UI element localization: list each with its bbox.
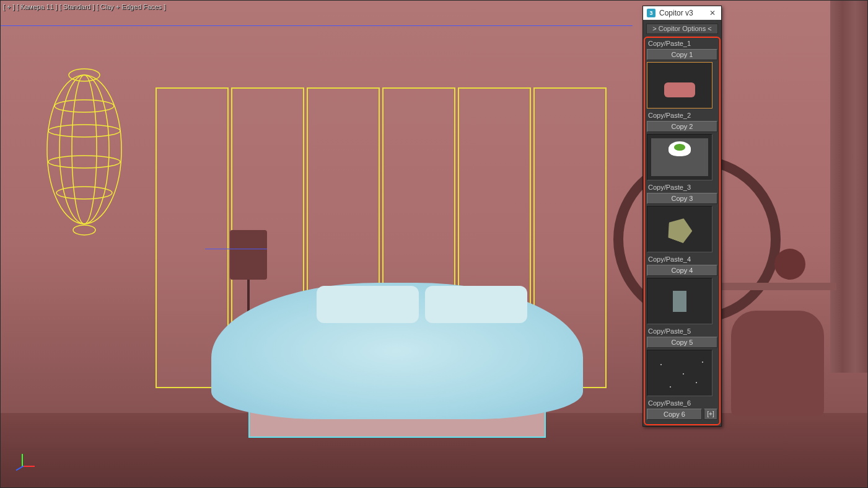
axis-z [15,466,24,471]
slot-thumb-3[interactable] [647,206,712,252]
slot-label: Copy/Paste_5 [647,327,717,337]
panel-title-text: Copitor v3 [659,9,708,17]
slot-thumb-2[interactable] [647,134,712,180]
slot-2: Copy/Paste_2 Copy 2 [647,111,717,180]
slot-label: Copy/Paste_4 [647,255,717,265]
svg-point-4 [48,125,120,137]
panel-titlebar[interactable]: 3 Copitor v3 ✕ [643,6,721,20]
bed-selected[interactable] [211,283,583,447]
chair [731,311,824,416]
svg-point-2 [72,75,97,224]
lantern-wireframe [38,50,131,249]
pillow-left [317,286,419,323]
app-icon: 3 [647,9,655,17]
panel-body: > Copitor Options < Copy/Paste_1 Copy 1 … [643,20,721,425]
svg-point-3 [55,100,114,112]
copy-button-5[interactable]: Copy 5 [647,337,717,348]
curtain [830,1,867,373]
slot-6: Copy/Paste_6 Copy 6 [+] [647,399,717,420]
close-icon[interactable]: ✕ [708,9,717,17]
scene [1,1,867,487]
axis-x [22,466,35,467]
slot-label: Copy/Paste_6 [647,399,717,409]
svg-point-5 [48,156,120,168]
slot-thumb-5[interactable] [647,350,712,396]
copy-button-4[interactable]: Copy 4 [647,265,717,276]
copitor-options-button[interactable]: > Copitor Options < [646,24,718,34]
axis-y [22,454,23,466]
slot-label: Copy/Paste_2 [647,111,717,121]
slot-label: Copy/Paste_3 [647,183,717,193]
svg-point-8 [73,225,95,235]
helper-line [1,25,633,26]
viewport[interactable]: [ + ] [ Камера 11 ] [ Standard ] [ Clay … [0,0,868,488]
slot-1: Copy/Paste_1 Copy 1 [647,39,717,109]
slots-highlight: Copy/Paste_1 Copy 1 Copy/Paste_2 Copy 2 … [644,37,721,425]
slot-thumb-1[interactable] [647,62,712,109]
copy-button-2[interactable]: Copy 2 [647,121,717,132]
add-slot-button[interactable]: [+] [704,409,717,420]
pillow-right [425,286,527,323]
copy-button-1[interactable]: Copy 1 [647,49,717,60]
svg-point-0 [47,75,121,224]
desk-sphere [774,249,805,280]
slot-thumb-4[interactable] [647,278,712,324]
svg-point-1 [59,75,109,224]
copy-button-3[interactable]: Copy 3 [647,193,717,204]
axis-gizmo[interactable] [9,453,35,479]
copitor-panel[interactable]: 3 Copitor v3 ✕ > Copitor Options < Copy/… [642,6,722,427]
slot-4: Copy/Paste_4 Copy 4 [647,255,717,324]
slot-3: Copy/Paste_3 Copy 3 [647,183,717,252]
slot-label: Copy/Paste_1 [647,39,717,49]
helper-line [205,249,267,249]
copy-button-6[interactable]: Copy 6 [647,409,702,420]
slot-5: Copy/Paste_5 Copy 5 [647,327,717,396]
svg-point-6 [56,187,112,199]
svg-point-7 [69,69,100,81]
